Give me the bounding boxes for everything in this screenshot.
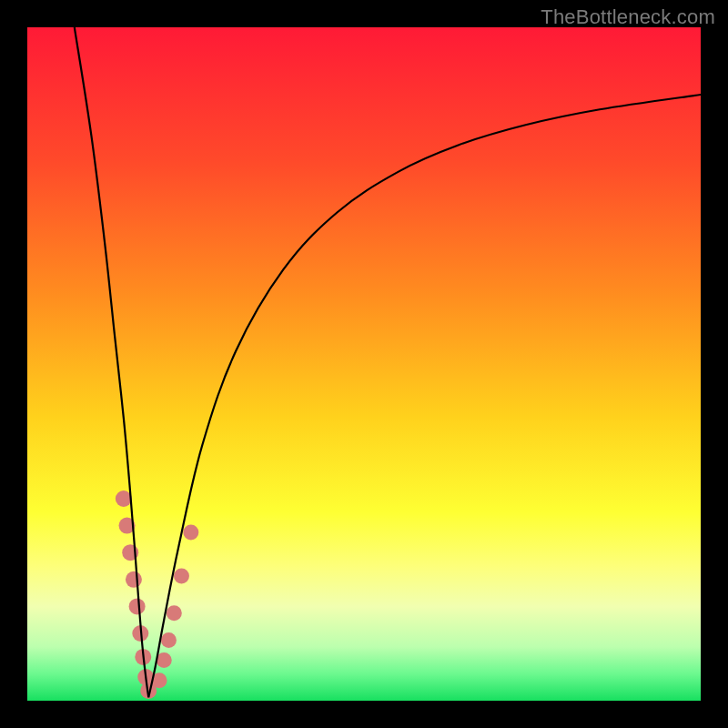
marker-point (129, 598, 146, 614)
chart-frame: TheBottleneck.com (0, 0, 728, 728)
plot-area (27, 27, 701, 701)
marker-point (167, 605, 182, 621)
marker-point (157, 652, 172, 668)
marker-point (161, 632, 177, 648)
curve-right-branch (148, 95, 701, 697)
marker-point (126, 571, 142, 588)
curves-layer (27, 27, 701, 701)
marker-points (116, 490, 199, 699)
marker-point (183, 525, 198, 541)
curve-left-branch (75, 27, 148, 697)
watermark-label: TheBottleneck.com (541, 5, 715, 29)
marker-point (174, 569, 189, 584)
